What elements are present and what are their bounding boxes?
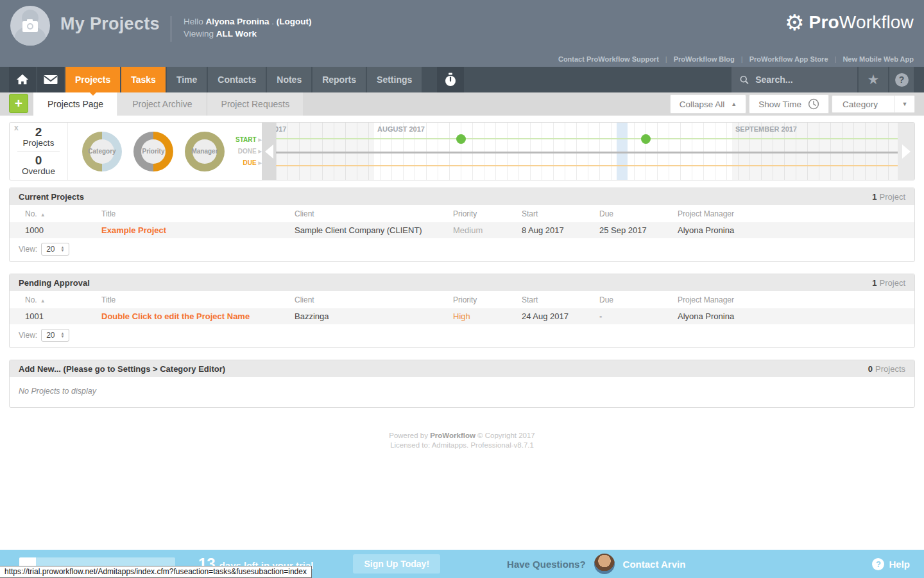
timeline-scroll-left-button[interactable] (262, 123, 276, 180)
tab-toolbar: Collapse All ▲ Show Time Category ▼ (670, 92, 915, 116)
question-icon: ? (872, 558, 884, 570)
add-project-button[interactable]: + (9, 94, 28, 113)
link-separator: | (741, 55, 743, 63)
timeline-panel: x 2 Projects 0 Overdue Category Priority… (9, 122, 915, 180)
collapse-all-label: Collapse All (680, 100, 725, 109)
timer-button[interactable] (437, 67, 464, 92)
logout-link[interactable]: (Logout) (277, 17, 312, 26)
column-start[interactable]: Start (522, 295, 599, 304)
section-count-label: Project (880, 192, 905, 202)
priority-donut-label: Priority (141, 139, 166, 164)
support-avatar[interactable] (594, 554, 615, 574)
link-separator: | (665, 55, 667, 63)
timeline-donuts: Category Priority Manager (68, 123, 225, 180)
sort-asc-icon: ▲ (40, 298, 46, 304)
view-count-select[interactable]: 20 ▲▼ (41, 243, 69, 256)
project-title-link[interactable]: Example Project (101, 225, 166, 235)
nav-item-settings[interactable]: Settings (367, 67, 422, 92)
table-row[interactable]: 1000 Example Project Sample Client Compa… (10, 222, 914, 238)
table-column-headers: No.▲ Title Client Priority Start Due Pro… (10, 205, 914, 222)
user-avatar[interactable] (10, 6, 50, 46)
column-priority[interactable]: Priority (453, 295, 522, 304)
help-link[interactable]: ? Help (872, 558, 910, 570)
link-separator: | (835, 55, 837, 63)
category-donut-label: Category (90, 139, 114, 164)
column-title[interactable]: Title (101, 209, 295, 218)
brand-workflow: Workflow (839, 12, 914, 32)
nav-item-notes[interactable]: Notes (267, 67, 311, 92)
timeline-chart[interactable]: JULY 2017 AUGUST 2017 SEPTEMBER 2017 (276, 123, 914, 180)
column-no[interactable]: No.▲ (25, 209, 101, 218)
home-button[interactable] (9, 67, 36, 92)
section-header[interactable]: Pending Approval 1Project (10, 274, 914, 291)
section-count-label: Projects (875, 364, 905, 374)
table-row[interactable]: 1001 Double Click to edit the Project Na… (10, 308, 914, 324)
category-label: Category (832, 100, 888, 109)
column-manager[interactable]: Project Manager (678, 209, 914, 218)
greeting-prefix: Hello (184, 17, 203, 26)
link-blog[interactable]: ProWorkflow Blog (674, 55, 735, 63)
column-no[interactable]: No.▲ (25, 295, 101, 304)
view-count-select[interactable]: 20 ▲▼ (41, 329, 69, 342)
nav-item-tasks[interactable]: Tasks (121, 67, 166, 92)
cell-client: Bazzinga (295, 311, 453, 321)
timeline-scroll-right-button[interactable] (898, 123, 914, 180)
column-priority[interactable]: Priority (453, 209, 522, 218)
contact-arvin-link[interactable]: Contact Arvin (623, 559, 686, 570)
priority-donut-chart[interactable]: Priority (133, 132, 173, 171)
month-label-august: AUGUST 2017 (377, 125, 425, 133)
help-button[interactable]: ? (889, 67, 914, 92)
tab-projects-page[interactable]: Projects Page (33, 92, 118, 116)
projects-count-label: Projects (23, 138, 55, 148)
favorites-button[interactable]: ★ (859, 67, 888, 92)
footer-brand[interactable]: ProWorkflow (430, 432, 475, 439)
close-icon[interactable]: x (14, 124, 19, 132)
manager-donut-chart[interactable]: Manager (185, 132, 225, 171)
link-contact-support[interactable]: Contact ProWorkflow Support (558, 55, 659, 63)
cell-client: Sample Client Company (CLIENT) (295, 225, 453, 235)
collapse-all-button[interactable]: Collapse All ▲ (670, 94, 746, 114)
section-header[interactable]: Add New... (Please go to Settings > Cate… (10, 360, 914, 377)
legend-due-label: DUE (243, 159, 256, 166)
search-input[interactable] (754, 74, 850, 85)
category-dropdown[interactable]: Category ▼ (832, 95, 915, 113)
project-start-dot[interactable] (641, 134, 651, 144)
column-start[interactable]: Start (522, 209, 599, 218)
column-due[interactable]: Due (599, 295, 678, 304)
mail-icon (43, 73, 58, 86)
nav-item-time[interactable]: Time (167, 67, 207, 92)
section-title: Add New... (Please go to Settings > Cate… (19, 364, 225, 374)
column-client[interactable]: Client (295, 295, 453, 304)
due-line (276, 165, 914, 166)
link-app-store[interactable]: ProWorkflow App Store (749, 55, 828, 63)
manager-donut-label: Manager (193, 139, 217, 164)
section-count: 1 (872, 192, 877, 202)
nav-item-projects[interactable]: Projects (65, 67, 120, 92)
project-title-link[interactable]: Double Click to edit the Project Name (101, 311, 250, 321)
license-text: Licensed to: Admitapps. Professional-v8.… (0, 441, 924, 450)
section-pending-approval: Pending Approval 1Project No.▲ Title Cli… (9, 274, 915, 348)
tab-project-requests[interactable]: Project Requests (207, 92, 305, 116)
spinner-icon: ▲▼ (61, 246, 65, 252)
column-title[interactable]: Title (101, 295, 295, 304)
mail-button[interactable] (37, 67, 64, 92)
viewing-value[interactable]: ALL Work (216, 29, 257, 39)
view-label: View: (19, 331, 37, 340)
search-box[interactable] (732, 67, 857, 92)
section-header[interactable]: Current Projects 1Project (10, 188, 914, 205)
column-manager[interactable]: Project Manager (678, 295, 914, 304)
timeline-legend: START▶ DONE▶ DUE▶ (225, 123, 262, 180)
project-start-dot[interactable] (456, 134, 466, 144)
category-donut-chart[interactable]: Category (82, 132, 122, 171)
nav-item-reports[interactable]: Reports (312, 67, 366, 92)
dropdown-arrow-button[interactable]: ▼ (894, 96, 914, 112)
help-label: Help (889, 559, 910, 570)
column-due[interactable]: Due (599, 209, 678, 218)
tab-project-archive[interactable]: Project Archive (118, 92, 207, 116)
link-mobile-app[interactable]: New Mobile Web App (843, 55, 914, 63)
search-icon (739, 74, 749, 85)
column-client[interactable]: Client (295, 209, 453, 218)
sign-up-button[interactable]: Sign Up Today! (353, 554, 440, 574)
show-time-button[interactable]: Show Time (749, 94, 829, 114)
nav-item-contacts[interactable]: Contacts (208, 67, 266, 92)
